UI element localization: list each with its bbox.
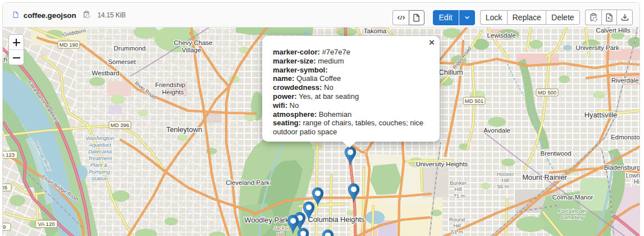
- svg-text:Columbia Heights: Columbia Heights: [308, 215, 364, 224]
- svg-text:Heights: Heights: [162, 89, 184, 96]
- svg-text:MD 396: MD 396: [111, 122, 129, 128]
- svg-text:University Park: University Park: [576, 44, 619, 51]
- svg-text:Brentwood: Brentwood: [541, 150, 572, 157]
- svg-text:ch: ch: [3, 56, 7, 63]
- svg-text:56 m: 56 m: [497, 183, 509, 189]
- svg-text:Hill: Hill: [453, 223, 460, 229]
- svg-text:Somerset: Somerset: [108, 58, 136, 65]
- svg-text:Treatment: Treatment: [88, 155, 112, 161]
- svg-text:105: 105: [3, 184, 7, 190]
- svg-text:Riverdale: Riverdale: [611, 77, 639, 84]
- svg-text:Bladensburg: Bladensburg: [604, 164, 640, 171]
- svg-text:Edmonston: Edmonston: [611, 134, 640, 140]
- svg-text:Calvert Hills: Calvert Hills: [596, 28, 631, 34]
- svg-text:Drummond: Drummond: [114, 45, 146, 52]
- svg-text:Cleveland Park: Cleveland Park: [226, 179, 270, 186]
- svg-text:Dalecarlia: Dalecarlia: [88, 148, 112, 155]
- svg-text:Woodley Park: Woodley Park: [244, 216, 289, 224]
- svg-text:Cemetery: Cemetery: [560, 214, 584, 220]
- svg-text:Plant &: Plant &: [90, 162, 108, 168]
- svg-text:Bunker: Bunker: [450, 180, 467, 186]
- svg-text:71 m: 71 m: [453, 193, 465, 199]
- svg-text:Hyattsville: Hyattsville: [584, 111, 617, 119]
- svg-text:Aqueduct: Aqueduct: [88, 142, 112, 148]
- svg-text:MD 190: MD 190: [60, 42, 78, 48]
- svg-text:Jackso: Jackso: [273, 225, 290, 231]
- svg-text:Friendship: Friendship: [155, 81, 185, 88]
- svg-text:Mount Rainier: Mount Rainier: [522, 173, 567, 181]
- svg-text:MD 501: MD 501: [465, 98, 483, 104]
- svg-text:Hill: Hill: [454, 186, 462, 192]
- svg-text:Colmar Manor: Colmar Manor: [552, 194, 593, 201]
- svg-text:University Heights: University Heights: [416, 161, 468, 167]
- svg-text:Pumping: Pumping: [89, 169, 110, 175]
- svg-text:MD 500: MD 500: [538, 89, 556, 96]
- svg-text:VA 120: VA 120: [38, 221, 55, 227]
- svg-text:Hill: Hill: [276, 231, 284, 236]
- svg-text:Fort Lincoln: Fort Lincoln: [558, 208, 586, 214]
- svg-text:Takoma: Takoma: [364, 28, 387, 34]
- svg-text:Station: Station: [91, 175, 108, 181]
- svg-text:39: 39: [3, 224, 6, 230]
- svg-text:Round: Round: [449, 216, 465, 223]
- svg-text:Hill: Hill: [501, 177, 509, 183]
- svg-text:Hoover: Hoover: [497, 171, 514, 177]
- svg-text:Hill: Hill: [634, 178, 640, 185]
- svg-text:Village: Village: [182, 47, 201, 53]
- svg-text:Chevy Chase: Chevy Chase: [173, 39, 212, 46]
- svg-text:Washington: Washington: [86, 135, 114, 141]
- svg-text:Westbard: Westbard: [92, 70, 119, 76]
- svg-text:61 m: 61 m: [451, 229, 463, 235]
- svg-text:A 123: A 123: [3, 152, 15, 158]
- svg-text:Chillum: Chillum: [439, 68, 463, 76]
- svg-text:Tenleytown: Tenleytown: [166, 125, 202, 134]
- svg-text:Avondale: Avondale: [483, 127, 510, 134]
- svg-text:Lewisdale: Lewisdale: [487, 32, 515, 39]
